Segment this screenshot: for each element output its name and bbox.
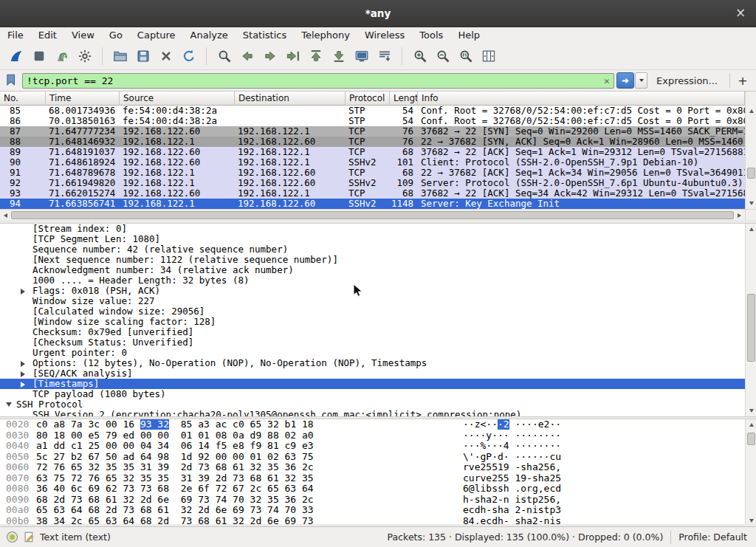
hex-row-0030[interactable]: 003080 18 00 e5 79 ed 00 00 01 01 08 0a … bbox=[0, 430, 745, 441]
packet-list-hscroll-thumb[interactable] bbox=[11, 211, 734, 219]
details-vscroll-thumb[interactable] bbox=[747, 294, 755, 362]
zoom-original-button[interactable] bbox=[454, 46, 477, 67]
go-forward-button[interactable] bbox=[258, 46, 281, 67]
column-header-destination[interactable]: Destination bbox=[235, 92, 346, 106]
open-file-button[interactable] bbox=[109, 46, 131, 67]
packet-row-88[interactable]: 8871.648146932192.168.122.1192.168.122.6… bbox=[0, 137, 745, 147]
scroll-up-button[interactable] bbox=[746, 106, 756, 117]
detail-line-11[interactable]: [Checksum Status: Unverified] bbox=[0, 337, 745, 348]
capture-options-button[interactable] bbox=[73, 46, 96, 67]
stop-capture-button[interactable] bbox=[27, 46, 50, 67]
column-header-length[interactable]: Length bbox=[390, 92, 418, 106]
detail-line-4[interactable]: Acknowledgment number: 34 (relative ack … bbox=[0, 265, 745, 275]
display-filter-input[interactable]: !tcp.port == 22 × bbox=[22, 73, 614, 89]
column-header-source[interactable]: Source bbox=[120, 92, 235, 106]
go-first-button[interactable] bbox=[304, 46, 327, 67]
expander-open-icon[interactable] bbox=[6, 402, 12, 407]
detail-line-13[interactable]: Options: (12 bytes), No-Operation (NOP),… bbox=[0, 358, 745, 368]
resize-columns-button[interactable] bbox=[477, 46, 500, 67]
hex-row-0020[interactable]: 0020c0 a8 7a 3c 00 16 93 32 85 a3 ac c0 … bbox=[0, 419, 745, 430]
expander-closed-icon[interactable] bbox=[21, 382, 25, 388]
bytes-vscrollbar[interactable] bbox=[745, 419, 756, 526]
detail-line-17[interactable]: SSH Protocol bbox=[0, 399, 745, 410]
scroll-up-button[interactable] bbox=[746, 224, 756, 235]
reload-file-button[interactable] bbox=[177, 46, 200, 67]
menu-edit[interactable]: Edit bbox=[31, 27, 64, 43]
scroll-up-button[interactable] bbox=[746, 419, 756, 430]
expander-closed-icon[interactable] bbox=[21, 289, 25, 295]
packet-row-85[interactable]: 8568.001734936fe:54:00:d4:38:2aSTP54Conf… bbox=[0, 106, 745, 116]
start-capture-button[interactable] bbox=[4, 46, 27, 67]
column-header-info[interactable]: Info bbox=[418, 92, 745, 106]
detail-line-9[interactable]: [Window size scaling factor: 128] bbox=[0, 317, 745, 327]
close-file-button[interactable] bbox=[154, 46, 177, 67]
packet-row-89[interactable]: 8971.648191037192.168.122.60192.168.122.… bbox=[0, 147, 745, 157]
column-header-no[interactable]: No. bbox=[0, 92, 46, 106]
detail-line-18[interactable]: SSH Version 2 (encryption:chacha20-poly1… bbox=[0, 410, 745, 416]
menu-view[interactable]: View bbox=[64, 27, 102, 43]
packet-list-vscroll-thumb[interactable] bbox=[747, 168, 755, 179]
scroll-left-button[interactable] bbox=[0, 210, 11, 221]
details-vscrollbar[interactable] bbox=[745, 224, 756, 416]
packet-list-hscrollbar[interactable] bbox=[0, 209, 745, 220]
zoom-in-button[interactable] bbox=[408, 46, 431, 67]
detail-line-0[interactable]: [Stream index: 0] bbox=[0, 224, 745, 234]
save-file-button[interactable] bbox=[131, 46, 154, 67]
expander-closed-icon[interactable] bbox=[21, 371, 25, 377]
menu-wireless[interactable]: Wireless bbox=[357, 27, 412, 43]
hex-row-0050[interactable]: 00505c 27 b2 67 50 ad 64 98 1d 92 00 00 … bbox=[0, 452, 745, 463]
filter-apply-button[interactable] bbox=[616, 72, 634, 89]
menu-help[interactable]: Help bbox=[450, 27, 487, 43]
packet-row-90[interactable]: 9071.648618924192.168.122.60192.168.122.… bbox=[0, 157, 745, 168]
hex-row-0070[interactable]: 007063 75 72 76 65 32 35 35 31 39 2d 73 … bbox=[0, 473, 745, 484]
menu-analyze[interactable]: Analyze bbox=[183, 27, 236, 43]
detail-line-6[interactable]: Flags: 0x018 (PSH, ACK) bbox=[0, 286, 745, 296]
detail-line-2[interactable]: Sequence number: 42 (relative sequence n… bbox=[0, 244, 745, 255]
window-close-button[interactable]: × bbox=[732, 5, 749, 21]
detail-line-15[interactable]: [Timestamps] bbox=[0, 379, 745, 389]
detail-line-7[interactable]: Window size value: 227 bbox=[0, 296, 745, 306]
packet-row-92[interactable]: 9271.661949820192.168.122.1192.168.122.6… bbox=[0, 178, 745, 188]
expression-button[interactable]: Expression... bbox=[647, 75, 726, 86]
hex-row-00a0[interactable]: 00a065 63 64 68 2d 73 68 61 32 2d 6e 69 … bbox=[0, 505, 745, 516]
detail-line-12[interactable]: Urgent pointer: 0 bbox=[0, 348, 745, 358]
menu-telephony[interactable]: Telephony bbox=[294, 27, 357, 43]
filter-dropdown-button[interactable] bbox=[635, 72, 647, 89]
menu-go[interactable]: Go bbox=[102, 27, 130, 43]
detail-line-8[interactable]: [Calculated window size: 29056] bbox=[0, 306, 745, 317]
detail-line-16[interactable]: TCP payload (1080 bytes) bbox=[0, 389, 745, 399]
bytes-vscroll-thumb[interactable] bbox=[747, 433, 755, 445]
packet-row-91[interactable]: 9171.648789678192.168.122.1192.168.122.6… bbox=[0, 168, 745, 178]
menu-capture[interactable]: Capture bbox=[130, 27, 183, 43]
expander-closed-icon[interactable] bbox=[21, 361, 25, 367]
packet-row-87[interactable]: 8771.647777234192.168.122.60192.168.122.… bbox=[0, 126, 745, 137]
detail-line-3[interactable]: [Next sequence number: 1122 (relative se… bbox=[0, 255, 745, 265]
menu-statistics[interactable]: Statistics bbox=[236, 27, 294, 43]
packet-list-vscrollbar[interactable] bbox=[745, 92, 756, 209]
menu-tools[interactable]: Tools bbox=[412, 27, 450, 43]
hex-row-0060[interactable]: 006072 76 65 32 35 35 31 39 2d 73 68 61 … bbox=[0, 462, 745, 473]
column-header-protocol[interactable]: Protocol bbox=[346, 92, 390, 106]
find-packet-button[interactable] bbox=[213, 46, 236, 67]
scroll-down-button[interactable] bbox=[746, 198, 756, 209]
detail-line-10[interactable]: Checksum: 0x79ed [unverified] bbox=[0, 327, 745, 337]
go-back-button[interactable] bbox=[236, 46, 258, 67]
detail-line-1[interactable]: [TCP Segment Len: 1080] bbox=[0, 234, 745, 244]
go-last-button[interactable] bbox=[327, 46, 350, 67]
column-header-time[interactable]: Time bbox=[46, 92, 120, 106]
auto-scroll-button[interactable] bbox=[373, 46, 396, 67]
restart-capture-button[interactable] bbox=[50, 46, 73, 67]
hex-row-0040[interactable]: 0040a1 dd c1 25 00 00 04 34 06 14 f5 e8 … bbox=[0, 441, 745, 452]
scroll-down-button[interactable] bbox=[746, 405, 756, 416]
menu-file[interactable]: File bbox=[0, 27, 31, 43]
hex-row-0080[interactable]: 008036 40 6c 69 62 73 73 68 2e 6f 72 67 … bbox=[0, 484, 745, 495]
go-to-packet-button[interactable] bbox=[281, 46, 304, 67]
filter-bookmark-icon[interactable] bbox=[4, 73, 19, 88]
filter-add-button[interactable]: + bbox=[733, 74, 752, 88]
packet-row-93[interactable]: 9371.662015274192.168.122.60192.168.122.… bbox=[0, 188, 745, 199]
status-profile[interactable]: Profile: Default bbox=[678, 531, 750, 543]
packet-row-94[interactable]: 9471.663856741192.168.122.1192.168.122.6… bbox=[0, 199, 745, 209]
zoom-out-button[interactable] bbox=[431, 46, 454, 67]
filter-clear-icon[interactable]: × bbox=[600, 75, 614, 86]
detail-line-14[interactable]: [SEQ/ACK analysis] bbox=[0, 368, 745, 379]
